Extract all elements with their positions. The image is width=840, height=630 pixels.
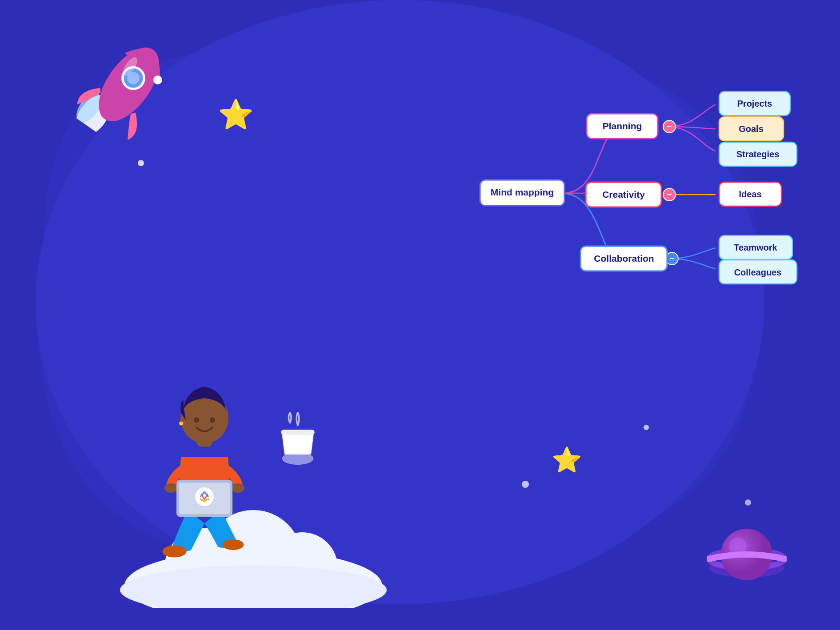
svg-point-17	[210, 418, 215, 423]
svg-text:−: −	[667, 190, 672, 199]
svg-text:Strategies: Strategies	[736, 149, 780, 159]
coffee-cup	[276, 412, 320, 470]
svg-text:Creativity: Creativity	[602, 189, 645, 199]
svg-point-16	[194, 418, 199, 423]
svg-text:Planning: Planning	[603, 121, 642, 131]
svg-text:Colleagues: Colleagues	[734, 267, 782, 277]
svg-text:−: −	[667, 122, 672, 131]
svg-text:Ideas: Ideas	[739, 189, 761, 199]
svg-point-23	[195, 487, 214, 506]
dot-2	[138, 160, 144, 166]
svg-point-13	[223, 539, 244, 550]
star-large: ⭐	[218, 98, 254, 132]
svg-rect-24	[281, 430, 315, 435]
dot-5	[745, 499, 751, 506]
star-medium: ⭐	[552, 446, 582, 474]
person-illustration	[133, 363, 276, 563]
svg-point-12	[163, 546, 187, 558]
svg-text:−: −	[670, 254, 675, 263]
svg-point-18	[179, 422, 183, 426]
svg-point-19	[164, 483, 178, 493]
mindmap-svg: − − − Mind mapping Planning Creativity C…	[476, 58, 813, 324]
svg-text:Goals: Goals	[739, 124, 764, 134]
dot-3	[522, 481, 529, 488]
svg-text:Mind mapping: Mind mapping	[491, 187, 554, 197]
dot-1	[153, 76, 162, 84]
planet-icon	[707, 514, 787, 594]
svg-text:Projects: Projects	[737, 99, 772, 108]
svg-point-25	[282, 452, 314, 465]
dot-4	[644, 425, 649, 430]
svg-text:Teamwork: Teamwork	[734, 243, 777, 252]
svg-point-20	[231, 483, 244, 493]
svg-text:Collaboration: Collaboration	[594, 253, 654, 263]
